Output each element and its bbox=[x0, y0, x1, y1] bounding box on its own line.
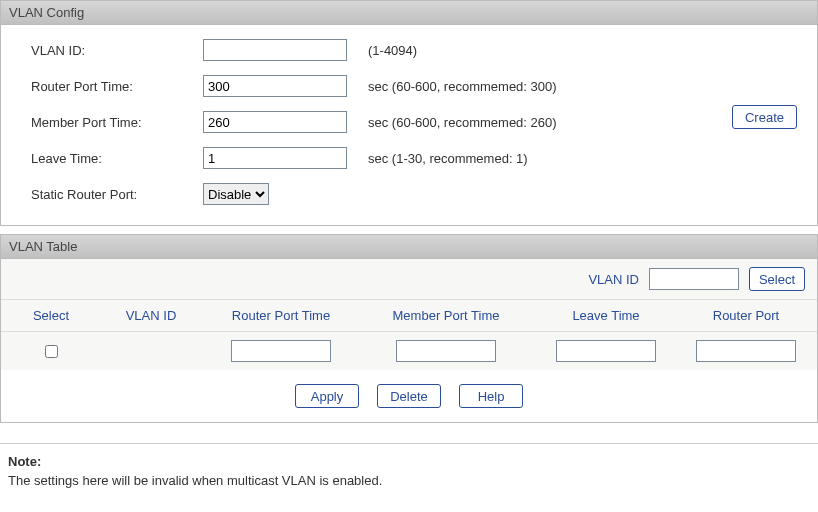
vlan-table-title: VLAN Table bbox=[1, 235, 817, 259]
note-text: The settings here will be invalid when m… bbox=[8, 473, 810, 488]
vlan-id-row: VLAN ID: (1-4094) bbox=[31, 39, 787, 61]
static-router-port-select[interactable]: Disable bbox=[203, 183, 269, 205]
leave-time-row: Leave Time: sec (1-30, recommemed: 1) bbox=[31, 147, 787, 169]
vlan-table-header: Select VLAN ID Router Port Time Member P… bbox=[1, 300, 817, 332]
vlan-id-hint: (1-4094) bbox=[368, 43, 417, 58]
table-buttons: Apply Delete Help bbox=[1, 370, 817, 422]
leave-time-hint: sec (1-30, recommemed: 1) bbox=[368, 151, 528, 166]
apply-button[interactable]: Apply bbox=[295, 384, 359, 408]
static-router-port-row: Static Router Port: Disable bbox=[31, 183, 787, 205]
create-button[interactable]: Create bbox=[732, 105, 797, 129]
vlan-table-search-input[interactable] bbox=[649, 268, 739, 290]
note-block: Note: The settings here will be invalid … bbox=[0, 443, 818, 498]
th-leave-time: Leave Time bbox=[531, 308, 681, 323]
static-router-port-label: Static Router Port: bbox=[31, 187, 203, 202]
vlan-table-search-label: VLAN ID bbox=[588, 272, 639, 287]
vlan-table-panel: VLAN Table VLAN ID Select Select VLAN ID… bbox=[0, 234, 818, 423]
vlan-id-label: VLAN ID: bbox=[31, 43, 203, 58]
th-router-port-time: Router Port Time bbox=[201, 308, 361, 323]
router-port-time-input[interactable] bbox=[203, 75, 347, 97]
router-port-time-row: Router Port Time: sec (60-600, recommeme… bbox=[31, 75, 787, 97]
row-member-port-time-input[interactable] bbox=[396, 340, 496, 362]
leave-time-label: Leave Time: bbox=[31, 151, 203, 166]
th-router-port: Router Port bbox=[681, 308, 811, 323]
table-row bbox=[1, 332, 817, 370]
router-port-time-label: Router Port Time: bbox=[31, 79, 203, 94]
row-select-checkbox[interactable] bbox=[45, 345, 58, 358]
member-port-time-label: Member Port Time: bbox=[31, 115, 203, 130]
help-button[interactable]: Help bbox=[459, 384, 523, 408]
router-port-time-hint: sec (60-600, recommemed: 300) bbox=[368, 79, 557, 94]
member-port-time-hint: sec (60-600, recommemed: 260) bbox=[368, 115, 557, 130]
member-port-time-row: Member Port Time: sec (60-600, recommeme… bbox=[31, 111, 787, 133]
th-vlan-id: VLAN ID bbox=[101, 308, 201, 323]
th-select: Select bbox=[1, 308, 101, 323]
vlan-table-search-row: VLAN ID Select bbox=[1, 259, 817, 300]
th-member-port-time: Member Port Time bbox=[361, 308, 531, 323]
note-title: Note: bbox=[8, 454, 810, 469]
leave-time-input[interactable] bbox=[203, 147, 347, 169]
row-router-port-input[interactable] bbox=[696, 340, 796, 362]
row-leave-time-input[interactable] bbox=[556, 340, 656, 362]
vlan-config-title: VLAN Config bbox=[1, 1, 817, 25]
vlan-id-input[interactable] bbox=[203, 39, 347, 61]
vlan-table-body: VLAN ID Select Select VLAN ID Router Por… bbox=[1, 259, 817, 422]
member-port-time-input[interactable] bbox=[203, 111, 347, 133]
vlan-config-panel: VLAN Config VLAN ID: (1-4094) Router Por… bbox=[0, 0, 818, 226]
vlan-config-body: VLAN ID: (1-4094) Router Port Time: sec … bbox=[1, 25, 817, 225]
row-router-port-time-input[interactable] bbox=[231, 340, 331, 362]
select-button[interactable]: Select bbox=[749, 267, 805, 291]
delete-button[interactable]: Delete bbox=[377, 384, 441, 408]
